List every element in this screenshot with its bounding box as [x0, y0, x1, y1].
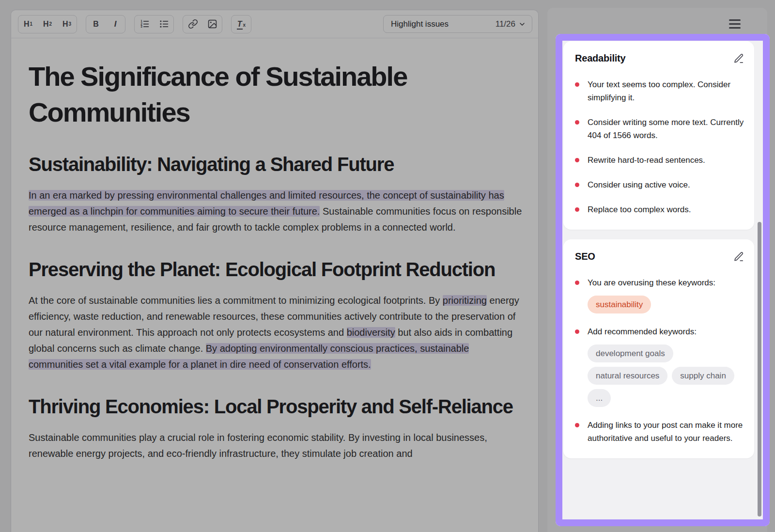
pencil-icon — [733, 251, 744, 262]
issue-bullet-icon — [575, 207, 579, 212]
highlight-issues-label: Highlight issues — [391, 19, 449, 29]
seo-card: SEO You are overusing these keywords:sus… — [563, 239, 754, 458]
h3-button[interactable]: H3 — [57, 16, 77, 33]
suggestion-item: Your text seems too complex. Consider si… — [575, 78, 744, 104]
clear-formatting-icon: Tx — [237, 20, 246, 29]
keyword-tag-row: development goalsnatural resourcessupply… — [588, 344, 744, 407]
chevron-down-icon — [518, 20, 526, 28]
app-root: H1H2H3BI123Tx Highlight issues 11/26 The… — [0, 0, 775, 532]
document-content[interactable]: The Significance of Sustainable Communit… — [11, 38, 538, 462]
editor-panel: H1H2H3BI123Tx Highlight issues 11/26 The… — [11, 10, 539, 532]
document-heading-h2[interactable]: Thriving Economies: Local Prosperity and… — [29, 394, 525, 419]
issue-bullet-icon — [575, 281, 579, 285]
highlighted-text: prioritizing — [443, 295, 487, 306]
bold-button[interactable]: B — [86, 16, 106, 33]
keyword-tag[interactable]: supply chain — [672, 367, 734, 385]
menu-icon[interactable] — [729, 19, 741, 29]
highlight-issues-count: 11/26 — [496, 19, 526, 29]
keyword-tag-row: sustainability — [588, 296, 715, 313]
keyword-tag[interactable]: sustainability — [588, 296, 651, 313]
panel-scrollbar[interactable] — [758, 222, 761, 516]
toolbar-button-group: H1H2H3 — [18, 15, 77, 33]
suggestion-item: Consider writing some more text. Current… — [575, 116, 744, 142]
link-button[interactable] — [183, 16, 202, 33]
h1-button[interactable]: H1 — [18, 16, 38, 33]
document-paragraph[interactable]: Sustainable communities play a crucial r… — [29, 430, 525, 462]
suggestion-item: Consider using active voice. — [575, 178, 744, 191]
ordered-list-button[interactable]: 123 — [135, 16, 154, 33]
suggestion-cards: Readability Your text seems too complex.… — [563, 41, 754, 468]
readability-title: Readability — [575, 53, 626, 64]
link-icon — [188, 19, 198, 29]
document-paragraph[interactable]: At the core of sustainable communities l… — [29, 293, 525, 373]
bullet-list-icon — [159, 19, 169, 29]
suggestion-text: Rewrite hard-to-read sentences. — [588, 154, 705, 167]
suggestion-text: Consider using active voice. — [588, 178, 690, 191]
highlight-issues-dropdown[interactable]: Highlight issues 11/26 — [383, 15, 532, 33]
suggestion-item: You are overusing these keywords:sustain… — [575, 276, 744, 313]
more-keywords-tag[interactable]: ... — [588, 389, 611, 407]
clear-formatting-button[interactable]: Tx — [232, 16, 251, 33]
seo-title: SEO — [575, 251, 595, 262]
document-heading-h2[interactable]: Sustainability: Navigating a Shared Futu… — [29, 152, 525, 177]
document-paragraph[interactable]: In an era marked by pressing environment… — [29, 188, 525, 235]
issue-bullet-icon — [575, 329, 579, 334]
editor-toolbar: H1H2H3BI123Tx Highlight issues 11/26 — [11, 10, 538, 38]
toolbar-button-group: Tx — [231, 15, 251, 33]
suggestion-item: Adding links to your post can make it mo… — [575, 419, 744, 445]
paragraph-text: At the core of sustainable communities l… — [29, 295, 443, 306]
issue-bullet-icon — [575, 183, 579, 187]
seo-edit-button[interactable] — [733, 251, 744, 264]
issue-bullet-icon — [575, 158, 579, 162]
keyword-tag[interactable]: natural resources — [588, 367, 667, 385]
readability-card: Readability Your text seems too complex.… — [563, 41, 754, 230]
document-heading-h1[interactable]: The Significance of Sustainable Communit… — [29, 59, 525, 130]
h2-button[interactable]: H2 — [38, 16, 57, 33]
image-icon — [207, 19, 217, 29]
image-button[interactable] — [202, 16, 222, 33]
suggestion-text: Replace too complex words. — [588, 203, 691, 216]
paragraph-text: Sustainable communities play a crucial r… — [29, 432, 487, 459]
italic-button[interactable]: I — [106, 16, 125, 33]
issue-bullet-icon — [575, 82, 579, 87]
suggestion-item: Rewrite hard-to-read sentences. — [575, 154, 744, 167]
suggestion-item: Add recommended keywords:development goa… — [575, 325, 744, 407]
issue-bullet-icon — [575, 423, 579, 427]
ordered-list-icon: 123 — [140, 19, 150, 29]
highlighted-text: biodiversity — [347, 327, 395, 338]
suggestion-item: Replace too complex words. — [575, 203, 744, 216]
suggestion-text: Add recommended keywords: — [588, 325, 744, 338]
readability-edit-button[interactable] — [733, 53, 744, 65]
issue-bullet-icon — [575, 120, 579, 125]
suggestion-text: Your text seems too complex. Consider si… — [588, 78, 744, 104]
svg-text:3: 3 — [140, 25, 142, 28]
toolbar-button-group: 123 — [134, 15, 174, 33]
toolbar-button-group: BI — [86, 15, 125, 33]
pencil-icon — [733, 53, 744, 64]
suggestion-text: You are overusing these keywords: — [588, 276, 715, 289]
suggestion-text: Adding links to your post can make it mo… — [588, 419, 744, 445]
document-heading-h2[interactable]: Preserving the Planet: Ecological Footpr… — [29, 257, 525, 282]
keyword-tag[interactable]: development goals — [588, 344, 673, 362]
toolbar-button-group — [183, 15, 222, 33]
bullet-list-button[interactable] — [154, 16, 173, 33]
assistant-panel: Readability Your text seems too complex.… — [547, 8, 767, 532]
suggestion-text: Consider writing some more text. Current… — [588, 116, 744, 142]
